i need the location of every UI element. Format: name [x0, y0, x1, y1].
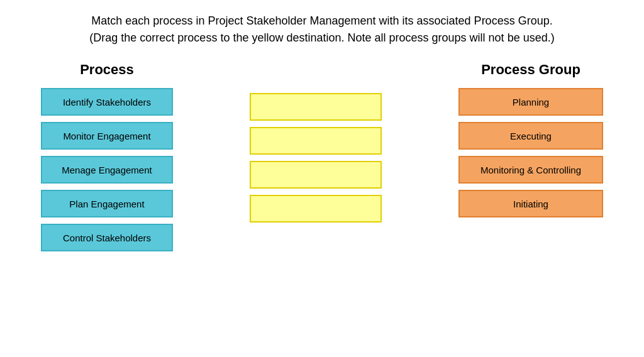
drop-zone-2[interactable] [250, 127, 382, 155]
process-group-planning: Planning [458, 88, 603, 116]
instruction-text: Match each process in Project Stakeholde… [77, 13, 567, 47]
process-group-initiating: Initiating [458, 190, 603, 217]
page-container: Match each process in Project Stakeholde… [0, 0, 644, 357]
drop-zone-1[interactable] [250, 93, 382, 121]
drop-zone-3[interactable] [250, 161, 382, 189]
process-item-identify-stakeholders[interactable]: Identify Stakeholders [41, 88, 173, 116]
process-group-executing: Executing [458, 122, 603, 150]
process-item-monitor-engagement[interactable]: Monitor Engagement [41, 122, 173, 150]
drop-zone-column [247, 93, 385, 229]
process-item-plan-engagement[interactable]: Plan Engagement [41, 190, 173, 217]
process-column: Process Identify Stakeholders Monitor En… [38, 62, 176, 258]
drop-zone-4[interactable] [250, 195, 382, 222]
process-group-column: Process Group Planning Executing Monitor… [455, 62, 606, 224]
process-column-header: Process [80, 62, 134, 78]
process-group-monitoring-controlling: Monitoring & Controlling [458, 156, 603, 184]
process-item-control-stakeholders[interactable]: Control Stakeholders [41, 224, 173, 251]
process-group-column-header: Process Group [481, 62, 580, 78]
process-item-menage-engagement[interactable]: Menage Engagement [41, 156, 173, 184]
columns-container: Process Identify Stakeholders Monitor En… [25, 62, 619, 258]
